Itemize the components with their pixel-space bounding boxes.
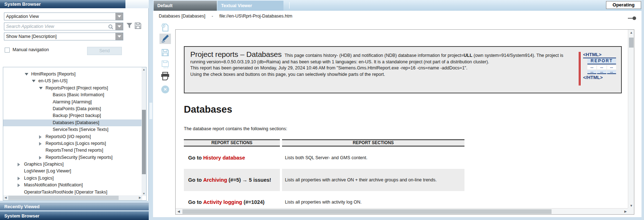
save-icon — [161, 48, 170, 58]
scroll-left-icon[interactable]: ◀ — [176, 209, 182, 215]
tree-item-label: Basics [Basic Information] — [53, 92, 104, 98]
scroll-left-icon[interactable]: ◀ — [3, 195, 8, 200]
tab-bar: Default Textual Viewer Operating — [153, 0, 641, 11]
search-field[interactable] — [4, 23, 123, 30]
section-link-cell: Go to Archiving (#=5) → 5 issues! — [184, 169, 280, 191]
tree-item-label: MassNotification [Notification] — [24, 182, 83, 189]
report-vertical-scrollbar[interactable]: ▲ ▼ — [628, 30, 634, 209]
scroll-up-icon[interactable]: ▲ — [142, 67, 146, 72]
tree-item[interactable]: DataPoints [Data points] — [3, 106, 142, 112]
section-link[interactable]: Activity logging — [203, 199, 242, 205]
collapse-icon[interactable] — [39, 87, 43, 89]
go-to-text: Go to — [188, 199, 203, 205]
tree-item[interactable]: ReportsSecurity [Security reports] — [3, 154, 142, 161]
tree-item[interactable]: Graphics [Graphics] — [3, 161, 142, 168]
save-search-icon[interactable] — [134, 22, 142, 31]
chevron-down-icon[interactable] — [115, 13, 123, 20]
splitter-grip-icon[interactable] — [149, 103, 152, 119]
recently-viewed-bar[interactable]: Recently Viewed — [0, 203, 149, 210]
close-icon: ✕ — [161, 85, 169, 93]
expand-icon[interactable] — [39, 156, 42, 160]
logo-open-tag: <HTML> — [583, 52, 616, 58]
tree-item[interactable]: Logics [Logics] — [3, 175, 142, 182]
report-viewer: Project reports – DatabasesThis page con… — [175, 29, 634, 215]
save-as-icon — [161, 60, 170, 70]
tree-item[interactable]: OperatorTasksRootNode [Operator Tasks] — [3, 189, 142, 196]
tree-item[interactable]: ReportsIO [I/O reports] — [3, 133, 142, 140]
search-input[interactable] — [4, 23, 123, 30]
close-report-button[interactable]: ✕ — [159, 84, 171, 94]
panel-splitter[interactable] — [149, 0, 153, 220]
scroll-right-icon[interactable]: ▶ — [138, 195, 142, 200]
tree-item[interactable]: Alarming [Alarming] — [3, 99, 142, 106]
report-horizontal-scrollbar[interactable]: ◀ ▶ — [176, 208, 629, 214]
collapse-icon[interactable] — [25, 73, 28, 75]
scrollbar-thumb[interactable] — [142, 110, 146, 174]
section-rows: Go to History databaseLists both SQL Ser… — [184, 147, 464, 209]
collapse-icon[interactable] — [32, 80, 35, 82]
tree-item-label: Alarming [Alarming] — [53, 99, 92, 106]
section-description: Lists both SQL Server- and GMS content. — [282, 147, 464, 169]
manual-navigation-checkbox[interactable] — [5, 48, 10, 53]
expand-icon[interactable] — [18, 184, 20, 187]
system-browser-bar[interactable]: System Browser — [0, 211, 149, 220]
tab-textual-viewer[interactable]: Textual Viewer — [218, 1, 283, 11]
logo-cell: ... — [597, 65, 606, 69]
display-mode-dropdown[interactable]: Show Name [Description] — [4, 33, 123, 40]
report-header-box: Project reports – DatabasesThis page con… — [184, 46, 622, 93]
search-icon[interactable] — [108, 24, 114, 32]
send-button[interactable]: Send — [87, 47, 122, 55]
report-hint-line: Using the check boxes and buttons on thi… — [190, 72, 573, 78]
filter-icon[interactable] — [126, 23, 133, 30]
tree-vertical-scrollbar[interactable]: ▲ ▼ — [142, 67, 146, 196]
tree-item[interactable]: en-US [en-US] — [3, 78, 142, 84]
table-header-row: REPORT SECTIONS REPORT SECTIONS — [184, 139, 464, 147]
print-icon — [161, 72, 170, 82]
tab-default[interactable]: Default — [154, 1, 217, 11]
tree-horizontal-scrollbar[interactable]: ◀ ▶ — [3, 195, 142, 200]
scrollbar-thumb[interactable] — [8, 196, 119, 200]
logo-close-tag: </HTML> — [583, 75, 616, 80]
scrollbar-thumb[interactable] — [182, 209, 552, 214]
tree-item[interactable]: ReportsProject [Project reports] — [3, 85, 142, 92]
scrollbar-thumb[interactable] — [629, 38, 634, 48]
new-report-button[interactable] — [159, 23, 171, 33]
section-link[interactable]: History database — [203, 155, 245, 161]
view-selector-value: Application View — [6, 14, 39, 19]
pin-icon[interactable] — [628, 15, 636, 22]
edit-report-button[interactable] — [159, 34, 171, 44]
tree-item[interactable]: LogViewer [Log Viewer] — [3, 168, 142, 175]
scrollbar-corner — [628, 208, 634, 214]
tree-item[interactable]: Basics [Basic Information] — [3, 92, 142, 98]
tree-item-label: LogViewer [Log Viewer] — [24, 168, 71, 175]
section-link[interactable]: Archiving — [203, 177, 227, 183]
document-path: file://en-US\Rprt-Proj-Databases.htm — [219, 14, 292, 19]
tree-item-label: ReportsIO [I/O reports] — [46, 133, 91, 140]
view-selector-dropdown[interactable]: Application View — [4, 13, 123, 20]
chevron-down-icon[interactable] — [115, 23, 123, 30]
tree-rows: HtmlReports [Reports]en-US [en-US]Report… — [3, 71, 142, 196]
expand-icon[interactable] — [18, 177, 20, 180]
report-section-row: Go to History databaseLists both SQL Ser… — [184, 147, 464, 169]
tree-item[interactable]: ReportsLogics [Logics reports] — [3, 140, 142, 147]
expand-icon[interactable] — [39, 142, 42, 146]
scroll-up-icon[interactable]: ▲ — [628, 30, 634, 36]
tree-item[interactable]: HtmlReports [Reports] — [3, 71, 142, 78]
tree-item[interactable]: Databases [Databases] — [3, 119, 142, 126]
manual-navigation-label: Manual navigation — [13, 47, 49, 52]
save-as-report-button[interactable] — [159, 60, 171, 70]
panel-title-notch — [125, 0, 149, 8]
tree-item[interactable]: ServiceTexts [Service Texts] — [3, 126, 142, 133]
tree-item[interactable]: MassNotification [Notification] — [3, 182, 142, 189]
section-suffix: (#=1024) — [242, 199, 264, 205]
expand-icon[interactable] — [39, 135, 42, 139]
logo-cell: ... — [587, 65, 596, 69]
print-report-button[interactable] — [159, 72, 171, 82]
save-report-button[interactable] — [159, 48, 171, 58]
chevron-down-icon[interactable] — [115, 33, 123, 40]
operating-mode-button[interactable]: Operating — [606, 1, 641, 9]
tree-item-label: en-US [en-US] — [38, 78, 67, 84]
tree-item[interactable]: ReportsTrend [Trend reports] — [3, 147, 142, 154]
expand-icon[interactable] — [18, 163, 20, 166]
tree-item[interactable]: Backup [Project backup] — [3, 112, 142, 119]
